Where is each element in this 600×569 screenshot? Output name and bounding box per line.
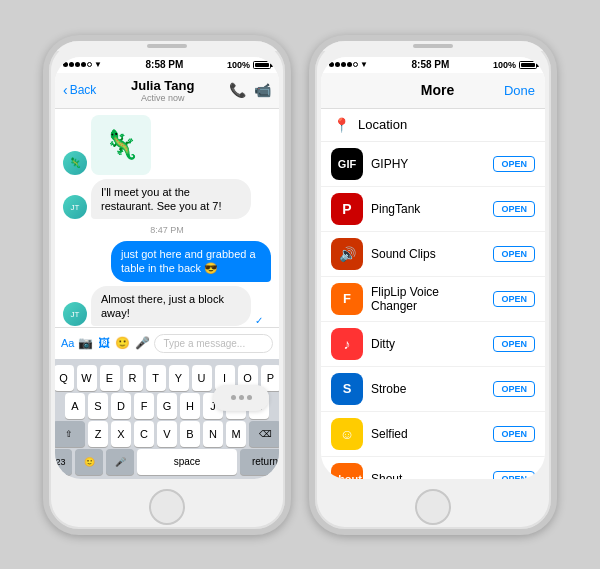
key-emoji[interactable]: 🙂 bbox=[75, 449, 103, 475]
key-y[interactable]: Y bbox=[169, 365, 189, 391]
key-b[interactable]: B bbox=[180, 421, 200, 447]
app-row-fliplip[interactable]: F FlipLip Voice Changer OPEN bbox=[321, 277, 545, 322]
key-backspace[interactable]: ⌫ bbox=[249, 421, 279, 447]
home-button[interactable] bbox=[149, 489, 185, 525]
key-t[interactable]: T bbox=[146, 365, 166, 391]
key-s[interactable]: S bbox=[88, 393, 108, 419]
time-display: 8:58 PM bbox=[146, 59, 184, 70]
strobe-icon: S bbox=[331, 373, 363, 405]
call-icon[interactable]: 📞 bbox=[229, 82, 246, 98]
emoji-icon[interactable]: 🙂 bbox=[115, 336, 130, 350]
image-icon[interactable]: 🖼 bbox=[98, 336, 110, 350]
ditty-info: Ditty bbox=[371, 337, 485, 351]
back-button[interactable]: ‹ Back bbox=[63, 82, 96, 98]
message-input-bar: Aa 📷 🖼 🙂 🎤 Type a message... bbox=[55, 327, 279, 359]
key-g[interactable]: G bbox=[157, 393, 177, 419]
delivered-check: ✓ bbox=[255, 315, 263, 326]
dot2-2 bbox=[335, 62, 340, 67]
time-display-2: 8:58 PM bbox=[412, 59, 450, 70]
giphy-open-btn[interactable]: OPEN bbox=[493, 156, 535, 172]
avatar-img-2: JT bbox=[63, 195, 87, 219]
messenger-nav: ‹ Back Julia Tang Active now 📞 📹 bbox=[55, 73, 279, 109]
signal-dots bbox=[63, 62, 92, 67]
key-m[interactable]: M bbox=[226, 421, 246, 447]
strobe-open-btn[interactable]: OPEN bbox=[493, 381, 535, 397]
app-row-pingtank[interactable]: P PingTank OPEN bbox=[321, 187, 545, 232]
key-space[interactable]: space bbox=[137, 449, 237, 475]
key-d[interactable]: D bbox=[111, 393, 131, 419]
key-z[interactable]: Z bbox=[88, 421, 108, 447]
key-w[interactable]: W bbox=[77, 365, 97, 391]
battery-fill-2 bbox=[521, 63, 535, 67]
shout-info: Shout bbox=[371, 472, 485, 479]
app-row-giphy[interactable]: GIF GIPHY OPEN bbox=[321, 142, 545, 187]
back-label: Back bbox=[70, 83, 97, 97]
message-input-field[interactable]: Type a message... bbox=[154, 334, 273, 353]
received-bubble-1: I'll meet you at the restaurant. See you… bbox=[91, 179, 251, 220]
status-left-2: ▼ bbox=[329, 60, 368, 69]
received-message-row-2: JT Almost there, just a block away! ✓ bbox=[63, 286, 271, 327]
wifi-icon: ▼ bbox=[94, 60, 102, 69]
contact-name[interactable]: Julia Tang bbox=[96, 78, 229, 93]
key-c[interactable]: C bbox=[134, 421, 154, 447]
kb-row-3: ⇧ Z X C V B N M ⌫ bbox=[57, 421, 277, 447]
sticker-row: 🦎 🦎 bbox=[63, 115, 271, 175]
location-icon: 📍 bbox=[333, 117, 350, 133]
contact-avatar: 🦎 bbox=[63, 151, 87, 175]
selfied-open-btn[interactable]: OPEN bbox=[493, 426, 535, 442]
pingtank-info: PingTank bbox=[371, 202, 485, 216]
location-label: Location bbox=[358, 117, 407, 132]
selfied-icon: ☺ bbox=[331, 418, 363, 450]
phone-speaker bbox=[147, 44, 187, 48]
selfied-name: Selfied bbox=[371, 427, 485, 441]
dot2-4 bbox=[347, 62, 352, 67]
fliplip-open-btn[interactable]: OPEN bbox=[493, 291, 535, 307]
app-row-soundclips[interactable]: 🔊 Sound Clips OPEN bbox=[321, 232, 545, 277]
ditty-open-btn[interactable]: OPEN bbox=[493, 336, 535, 352]
key-u[interactable]: U bbox=[192, 365, 212, 391]
dot2-5 bbox=[353, 62, 358, 67]
soundclips-icon: 🔊 bbox=[331, 238, 363, 270]
key-n[interactable]: N bbox=[203, 421, 223, 447]
key-e[interactable]: E bbox=[100, 365, 120, 391]
soundclips-open-btn[interactable]: OPEN bbox=[493, 246, 535, 262]
video-icon[interactable]: 📹 bbox=[254, 82, 271, 98]
mic-icon[interactable]: 🎤 bbox=[135, 336, 150, 350]
key-shift[interactable]: ⇧ bbox=[55, 421, 85, 447]
more-overlay-button[interactable] bbox=[213, 385, 269, 411]
app-row-selfied[interactable]: ☺ Selfied OPEN bbox=[321, 412, 545, 457]
location-row[interactable]: 📍 Location bbox=[321, 109, 545, 142]
key-f[interactable]: F bbox=[134, 393, 154, 419]
soundclips-name: Sound Clips bbox=[371, 247, 485, 261]
key-v[interactable]: V bbox=[157, 421, 177, 447]
camera-icon[interactable]: 📷 bbox=[78, 336, 93, 350]
key-a[interactable]: A bbox=[65, 393, 85, 419]
home-button-2[interactable] bbox=[415, 489, 451, 525]
more-dot-2 bbox=[239, 395, 244, 400]
app-row-ditty[interactable]: ♪ Ditty OPEN bbox=[321, 322, 545, 367]
strobe-info: Strobe bbox=[371, 382, 485, 396]
sent-bubble-1: just got here and grabbed a table in the… bbox=[111, 241, 271, 282]
nav-center: Julia Tang Active now bbox=[96, 78, 229, 103]
app-row-strobe[interactable]: S Strobe OPEN bbox=[321, 367, 545, 412]
dot4 bbox=[81, 62, 86, 67]
done-button[interactable]: Done bbox=[504, 83, 535, 98]
key-mic[interactable]: 🎤 bbox=[106, 449, 134, 475]
key-q[interactable]: Q bbox=[55, 365, 74, 391]
phone2-screen: ▼ 8:58 PM 100% More Done 📍 Locatio bbox=[321, 57, 545, 479]
key-numbers[interactable]: 123 bbox=[55, 449, 72, 475]
key-h[interactable]: H bbox=[180, 393, 200, 419]
signal-dots-2 bbox=[329, 62, 358, 67]
phone2-speaker bbox=[413, 44, 453, 48]
key-r[interactable]: R bbox=[123, 365, 143, 391]
text-size-icon[interactable]: Aa bbox=[61, 337, 74, 349]
avatar-image: 🦎 bbox=[63, 151, 87, 175]
contact-avatar-3: JT bbox=[63, 302, 87, 326]
key-return[interactable]: return bbox=[240, 449, 279, 475]
app-row-shout[interactable]: shout Shout OPEN bbox=[321, 457, 545, 479]
pingtank-open-btn[interactable]: OPEN bbox=[493, 201, 535, 217]
shout-open-btn[interactable]: OPEN bbox=[493, 471, 535, 479]
key-x[interactable]: X bbox=[111, 421, 131, 447]
fliplip-icon: F bbox=[331, 283, 363, 315]
shout-name: Shout bbox=[371, 472, 485, 479]
